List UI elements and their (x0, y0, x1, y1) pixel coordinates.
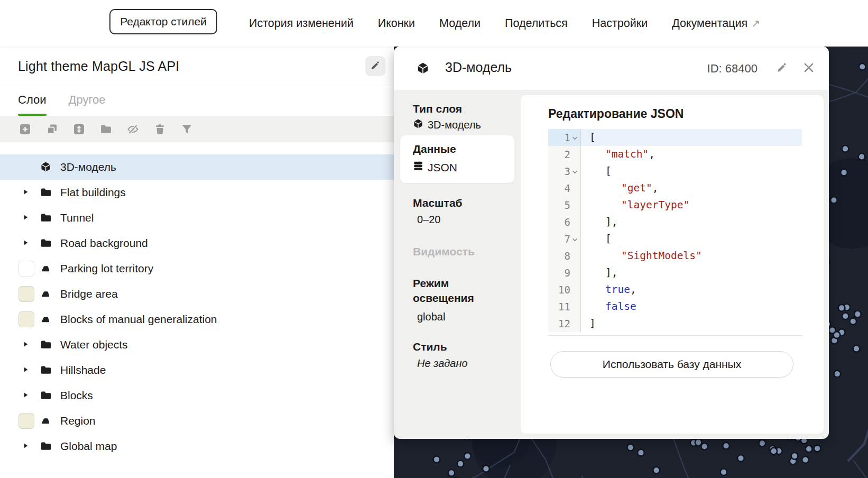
inspector-sidebar: Тип слоя 3D-модель Данные JSON Масштаб 0… (394, 90, 521, 439)
code-text[interactable]: [ (581, 163, 802, 180)
code-line[interactable]: 12] (548, 315, 802, 332)
code-text[interactable]: true, (581, 281, 802, 298)
nav-item[interactable]: Поделиться (505, 17, 568, 30)
layer-label: Flat buildings (60, 186, 126, 199)
expand-triangle-icon[interactable] (23, 342, 29, 347)
visibility-label: Видимость (413, 245, 475, 258)
funnel-icon[interactable] (181, 123, 193, 135)
line-number-gutter[interactable]: 5 (548, 197, 581, 214)
code-line[interactable]: 11false (548, 298, 802, 315)
expand-triangle-icon[interactable] (23, 189, 29, 195)
code-text[interactable]: "SightModels" (581, 247, 802, 264)
layer-row[interactable]: Tunnel (0, 205, 394, 231)
json-editor-card: Редактирование JSON 1[2"match",3[4"get",… (521, 95, 824, 434)
layer-row[interactable]: Road background (0, 231, 394, 256)
code-line[interactable]: 8"SightModels" (548, 247, 802, 264)
code-text[interactable]: false (581, 298, 802, 315)
code-token: ], (605, 216, 617, 228)
code-line[interactable]: 9], (548, 264, 802, 281)
trash-icon[interactable] (154, 123, 166, 135)
nav-item[interactable]: Настройки (592, 17, 648, 30)
rename-project-button[interactable] (365, 56, 385, 76)
code-text[interactable]: "get", (581, 180, 802, 197)
code-text[interactable]: ], (581, 214, 802, 231)
polygon-icon (40, 263, 51, 274)
nav-item[interactable]: Иконки (378, 17, 415, 30)
fold-chevron-icon[interactable] (572, 238, 578, 242)
expand-triangle-icon[interactable] (23, 215, 29, 220)
use-database-button[interactable]: Использовать базу данных (550, 351, 793, 378)
layer-row[interactable]: Hillshade (0, 357, 394, 383)
folder-icon[interactable] (100, 123, 112, 135)
arrows-vertical-icon[interactable] (73, 123, 85, 135)
nav-item[interactable]: История изменений (249, 17, 354, 30)
line-number-gutter[interactable]: 9 (548, 264, 581, 281)
code-line[interactable]: 3[ (548, 163, 802, 180)
expand-triangle-icon[interactable] (23, 240, 29, 245)
nav-item[interactable]: Модели (439, 17, 481, 30)
line-number: 1 (565, 129, 570, 146)
layer-row[interactable]: Flat buildings (0, 180, 394, 205)
copy-icon[interactable] (46, 123, 58, 135)
plus-square-icon[interactable] (19, 123, 31, 135)
code-line[interactable]: 7[ (548, 231, 802, 247)
code-text[interactable]: ] (581, 315, 802, 332)
close-icon[interactable] (802, 61, 815, 74)
line-number-gutter[interactable]: 3 (548, 163, 581, 180)
layer-row[interactable]: Global map (0, 434, 394, 459)
layer-row[interactable]: Region (0, 408, 394, 434)
data-format-text: JSON (428, 161, 457, 174)
expand-triangle-icon[interactable] (23, 443, 29, 448)
json-code-editor[interactable]: 1[2"match",3[4"get",5"layerType"6],7[8"S… (548, 129, 802, 336)
layer-color-swatch[interactable] (19, 311, 34, 327)
layer-row[interactable]: Parking lot territory (0, 256, 394, 281)
line-number-gutter[interactable]: 4 (548, 180, 581, 197)
code-line[interactable]: 10true, (548, 281, 802, 298)
tab-other[interactable]: Другое (69, 86, 106, 116)
layer-row[interactable]: Bridge area (0, 281, 394, 307)
fold-chevron-icon[interactable] (572, 170, 578, 174)
layer-row[interactable]: Water objects (0, 332, 394, 357)
code-line[interactable]: 2"match", (548, 146, 802, 163)
code-text[interactable]: [ (581, 231, 802, 247)
line-number-gutter[interactable]: 10 (548, 281, 581, 298)
tab-layers[interactable]: Слои (18, 86, 47, 116)
code-line[interactable]: 6], (548, 214, 802, 231)
expand-triangle-icon[interactable] (23, 367, 29, 372)
layer-label: Water objects (60, 338, 128, 351)
line-number-gutter[interactable]: 12 (548, 315, 581, 332)
line-number-gutter[interactable]: 8 (548, 247, 581, 264)
sidebar-item-data[interactable]: Данные JSON (400, 135, 514, 183)
nav-item-documentation[interactable]: Документация ↗ (672, 17, 760, 30)
eye-off-icon[interactable] (127, 123, 139, 135)
fold-chevron-icon[interactable] (572, 136, 578, 140)
layer-color-swatch[interactable] (19, 261, 34, 277)
docs-link-label: Документация (672, 17, 747, 30)
layer-color-swatch[interactable] (19, 413, 34, 429)
style-editor-button[interactable]: Редактор стилей (109, 9, 217, 34)
expand-triangle-icon[interactable] (23, 392, 29, 398)
code-text[interactable]: "layerType" (581, 197, 802, 214)
code-text[interactable]: [ (581, 129, 802, 146)
code-text[interactable]: "match", (581, 146, 802, 163)
layers-toolbar (0, 116, 394, 142)
layer-row[interactable]: Blocks (0, 383, 394, 408)
code-token: "match" (605, 148, 649, 160)
line-number-gutter[interactable]: 11 (548, 298, 581, 315)
layer-row[interactable]: 3D-модель (0, 154, 394, 180)
line-number-gutter[interactable]: 2 (548, 146, 581, 163)
line-number-gutter[interactable]: 6 (548, 214, 581, 231)
nav-menu: История измененийИконкиМоделиПоделитьсяН… (249, 0, 760, 47)
code-line[interactable]: 4"get", (548, 180, 802, 197)
layer-label: Tunnel (60, 212, 94, 224)
database-icon (413, 161, 423, 174)
code-line[interactable]: 1[ (548, 129, 802, 146)
code-text[interactable]: ], (581, 264, 802, 281)
code-line[interactable]: 5"layerType" (548, 197, 802, 214)
line-number-gutter[interactable]: 1 (548, 129, 581, 146)
line-number-gutter[interactable]: 7 (548, 231, 581, 247)
pencil-icon (370, 60, 381, 72)
layer-color-swatch[interactable] (19, 286, 34, 302)
edit-layer-pencil-icon[interactable] (776, 62, 788, 73)
layer-row[interactable]: Blocks of manual generalization (0, 307, 394, 332)
